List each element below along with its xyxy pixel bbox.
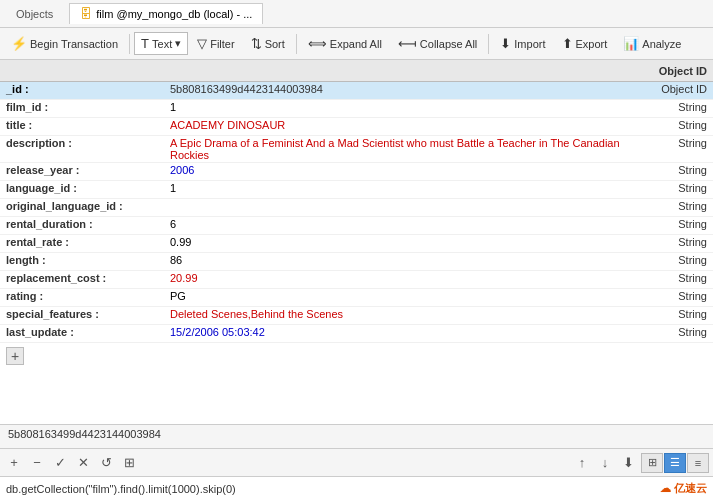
field-value: 1 (166, 182, 627, 194)
add-btn-row: + (0, 343, 713, 369)
export-icon: ⬆ (562, 36, 573, 51)
id-row[interactable]: _id : 5b808163499d4423144003984 Object I… (0, 82, 713, 100)
expand-all-button[interactable]: ⟺ Expand All (301, 32, 389, 55)
collapse-icon: ⟻ (398, 36, 417, 51)
sort-asc-button[interactable]: ↑ (572, 453, 592, 473)
field-key: replacement_cost : (6, 272, 166, 284)
field-type: String (627, 218, 707, 230)
refresh-button[interactable]: ↺ (96, 453, 116, 473)
status-area: 5b808163499d4423144003984 (0, 424, 713, 448)
field-key: title : (6, 119, 166, 131)
db-icon: 🗄 (80, 7, 92, 21)
table-row[interactable]: rental_rate :0.99String (0, 235, 713, 253)
field-type: String (627, 137, 707, 149)
field-type: String (627, 254, 707, 266)
filter-button[interactable]: ▽ Filter (190, 32, 241, 55)
bottom-toolbar: + − ✓ ✕ ↺ ⊞ ↑ ↓ ⬇ ⊞ ☰ ≡ (0, 448, 713, 476)
collapse-all-button[interactable]: ⟻ Collapse All (391, 32, 484, 55)
query-text: db.getCollection("film").find().limit(10… (6, 483, 236, 495)
query-bar: db.getCollection("film").find().limit(10… (0, 476, 713, 500)
status-object-id: 5b808163499d4423144003984 (8, 428, 161, 440)
field-key: rating : (6, 290, 166, 302)
table-row[interactable]: film_id :1String (0, 100, 713, 118)
separator-1 (129, 34, 130, 54)
script-button[interactable]: ⊞ (119, 453, 139, 473)
field-type: String (627, 164, 707, 176)
transaction-icon: ⚡ (11, 36, 27, 51)
tab-label: film @my_mongo_db (local) - ... (96, 8, 252, 20)
field-type: String (627, 182, 707, 194)
import-icon: ⬇ (500, 36, 511, 51)
field-value: PG (166, 290, 627, 302)
field-key: last_update : (6, 326, 166, 338)
table-row[interactable]: length :86String (0, 253, 713, 271)
view-buttons: ⊞ ☰ ≡ (641, 453, 709, 473)
collection-tab[interactable]: 🗄 film @my_mongo_db (local) - ... (69, 3, 263, 24)
sort-desc-button[interactable]: ↓ (595, 453, 615, 473)
id-field-type: Object ID (627, 83, 707, 95)
field-value: 1 (166, 101, 627, 113)
table-row[interactable]: special_features :Deleted Scenes,Behind … (0, 307, 713, 325)
export-button[interactable]: ⬆ Export (555, 32, 615, 55)
type-column-header: Object ID (627, 65, 707, 77)
field-value: 20.99 (166, 272, 627, 284)
table-row[interactable]: description :A Epic Drama of a Feminist … (0, 136, 713, 163)
expand-icon: ⟺ (308, 36, 327, 51)
id-field-key: _id : (6, 83, 166, 95)
delete-record-button[interactable]: − (27, 453, 47, 473)
import-button[interactable]: ⬇ Import (493, 32, 552, 55)
title-bar: Objects 🗄 film @my_mongo_db (local) - ..… (0, 0, 713, 28)
grid-view-button[interactable]: ⊞ (641, 453, 663, 473)
field-key: rental_rate : (6, 236, 166, 248)
field-type: String (627, 119, 707, 131)
table-row[interactable]: rating :PGString (0, 289, 713, 307)
filter-icon: ▽ (197, 36, 207, 51)
data-rows-container: film_id :1Stringtitle :ACADEMY DINOSAURS… (0, 100, 713, 343)
table-row[interactable]: language_id :1String (0, 181, 713, 199)
field-type: String (627, 272, 707, 284)
analyze-button[interactable]: 📊 Analyze (616, 32, 688, 55)
field-key: rental_duration : (6, 218, 166, 230)
field-key: special_features : (6, 308, 166, 320)
text-button[interactable]: T Text ▾ (134, 32, 188, 55)
brand-logo: ☁ 亿速云 (660, 481, 707, 496)
field-key: release_year : (6, 164, 166, 176)
table-row[interactable]: release_year :2006String (0, 163, 713, 181)
text-icon: T (141, 36, 149, 51)
brand-icon: ☁ (660, 482, 671, 495)
table-row[interactable]: rental_duration :6String (0, 217, 713, 235)
sort-button[interactable]: ⇅ Sort (244, 32, 292, 55)
brand-name: 亿速云 (674, 481, 707, 496)
field-value: 6 (166, 218, 627, 230)
apply-button[interactable]: ✓ (50, 453, 70, 473)
table-row[interactable]: original_language_id :String (0, 199, 713, 217)
field-key: original_language_id : (6, 200, 166, 212)
table-row[interactable]: replacement_cost :20.99String (0, 271, 713, 289)
separator-3 (488, 34, 489, 54)
discard-button[interactable]: ✕ (73, 453, 93, 473)
field-key: description : (6, 137, 166, 149)
table-row[interactable]: title :ACADEMY DINOSAURString (0, 118, 713, 136)
content-area[interactable]: _id : 5b808163499d4423144003984 Object I… (0, 82, 713, 424)
field-value: 2006 (166, 164, 627, 176)
analyze-icon: 📊 (623, 36, 639, 51)
begin-transaction-button[interactable]: ⚡ Begin Transaction (4, 32, 125, 55)
add-field-button[interactable]: + (6, 347, 24, 365)
sort-icon: ⇅ (251, 36, 262, 51)
field-value: A Epic Drama of a Feminist And a Mad Sci… (166, 137, 627, 161)
field-value: 86 (166, 254, 627, 266)
tree-view-button[interactable]: ☰ (664, 453, 686, 473)
field-type: String (627, 101, 707, 113)
download-button[interactable]: ⬇ (618, 453, 638, 473)
separator-2 (296, 34, 297, 54)
field-key: length : (6, 254, 166, 266)
field-type: String (627, 290, 707, 302)
toolbar: ⚡ Begin Transaction T Text ▾ ▽ Filter ⇅ … (0, 28, 713, 60)
id-field-value: 5b808163499d4423144003984 (166, 83, 627, 95)
add-record-button[interactable]: + (4, 453, 24, 473)
column-header: Object ID (0, 60, 713, 82)
field-type: String (627, 326, 707, 338)
text-view-button[interactable]: ≡ (687, 453, 709, 473)
table-row[interactable]: last_update :15/2/2006 05:03:42String (0, 325, 713, 343)
objects-tab[interactable]: Objects (6, 5, 63, 23)
